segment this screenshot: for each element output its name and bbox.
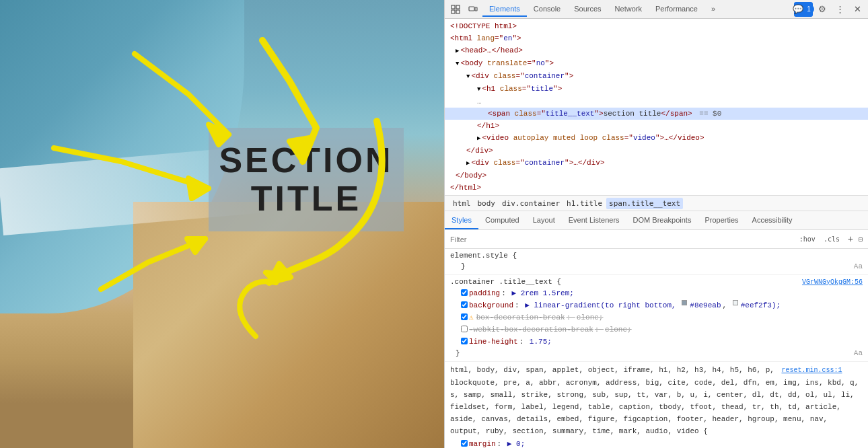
swatch-light[interactable] (733, 300, 738, 305)
collapse-head[interactable]: ▶ (456, 48, 459, 54)
aa-icon-2: Aa (854, 349, 863, 357)
selected-marker: == $0 (695, 110, 722, 118)
tree-line-ellipsis[interactable]: … (445, 96, 868, 108)
breadcrumb-span-title-text[interactable]: span.title__text (606, 198, 683, 209)
tree-line-h1-close[interactable]: </h1> (445, 120, 868, 132)
svg-rect-7 (456, 5, 460, 9)
reset-selector-5: aside, canvas, details, embed, figure, f… (450, 414, 863, 424)
tab-more[interactable]: » (704, 2, 722, 17)
prop-line-height-check[interactable] (461, 338, 468, 344)
collapse-body[interactable]: ▼ (456, 61, 459, 67)
styles-tab-styles[interactable]: Styles (445, 211, 478, 229)
prop-webkit-box-decoration-check[interactable] (461, 326, 468, 332)
section-title-box: SECTION TITLE (209, 128, 404, 231)
beach-sand (133, 202, 444, 448)
styles-tab-layout[interactable]: Layout (526, 211, 562, 229)
close-devtools-button[interactable]: ✕ (849, 2, 865, 17)
section-title-text: SECTION TITLE (219, 141, 393, 218)
settings-icon-button[interactable]: ⚙ (814, 2, 830, 17)
styles-tab-accessibility[interactable]: Accessibility (746, 211, 799, 229)
svg-rect-10 (469, 7, 474, 11)
reset-block: html, body, div, span, applet, object, i… (445, 362, 868, 448)
breadcrumb-html[interactable]: html (450, 198, 474, 209)
more-options-button[interactable]: ⋮ (832, 2, 848, 17)
tab-network[interactable]: Network (608, 2, 649, 17)
styles-content: element.style { } Aa .container .title__… (445, 249, 868, 448)
collapse-h1[interactable]: ▼ (477, 86, 480, 93)
reset-selector-2: blockquote, pre, a, abbr, acronym, addre… (450, 377, 863, 388)
tree-line-container1[interactable]: ▼<div class="container"> (445, 70, 868, 83)
cls-button[interactable]: .cls (821, 234, 842, 244)
section-title-line2: TITLE (251, 179, 361, 218)
tree-line-body-close[interactable]: </body> (445, 170, 868, 182)
tree-line-video[interactable]: ▶<video autoplay muted loop class="video… (445, 132, 868, 145)
toolbar-right-icons: 💬 1 ⚙ ⋮ ✕ (794, 2, 865, 17)
tree-line-html[interactable]: <html lang="en"> (445, 32, 868, 44)
tab-console[interactable]: Console (527, 2, 567, 17)
styles-tab-event-listeners[interactable]: Event Listeners (562, 211, 626, 229)
tree-line-span-selected[interactable]: <span class="title__text">section title<… (445, 108, 868, 120)
html-lang-attr: lang (477, 34, 495, 42)
reset-selector-4: fieldset, form, label, legend, table, ca… (450, 402, 863, 412)
tree-line-head[interactable]: ▶<head>…</head> (445, 44, 868, 57)
container-block-close: } Aa (450, 348, 863, 359)
chat-badge: 1 (803, 5, 814, 13)
svg-rect-6 (451, 5, 455, 9)
tree-line-doctype[interactable]: <!DOCTYPE html> (445, 20, 868, 32)
html-tree: <!DOCTYPE html> <html lang="en"> ▶<head>… (445, 19, 868, 195)
container-title-text-block: .container .title__text { VGrWNGyQkgGM:5… (445, 275, 868, 362)
tab-elements[interactable]: Elements (482, 2, 527, 17)
element-style-aa: } Aa (450, 261, 863, 272)
collapse-container1[interactable]: ▼ (466, 73, 470, 80)
styles-tab-properties[interactable]: Properties (698, 211, 745, 229)
filter-right-buttons: :hov .cls + ⊟ (797, 234, 863, 245)
tree-line-div-close[interactable]: </div> (445, 145, 868, 157)
breadcrumb-div-container[interactable]: div.container (499, 198, 563, 209)
breadcrumb-bar: html body div.container h1.title span.ti… (445, 195, 868, 211)
hov-button[interactable]: :hov (797, 234, 818, 244)
reset-selector: html, body, div, span, applet, object, i… (450, 365, 863, 376)
section-title-line1: SECTION (219, 141, 393, 180)
prop-box-decoration-check[interactable] (461, 313, 468, 320)
container-source-link[interactable]: VGrWNGyQkgGM:56 (802, 278, 863, 286)
html-tag: <html (450, 34, 477, 42)
chat-icon-button[interactable]: 💬 1 (794, 2, 813, 17)
element-style-selector: element.style { (450, 252, 863, 260)
filter-bar: :hov .cls + ⊟ (445, 230, 868, 249)
svg-rect-9 (456, 10, 460, 13)
add-style-button[interactable]: + (845, 234, 856, 245)
filter-input[interactable] (450, 235, 794, 244)
collapse-styles-button[interactable]: ⊟ (859, 235, 863, 244)
elements-panel: <!DOCTYPE html> <html lang="en"> ▶<head>… (445, 19, 868, 448)
tree-line-body[interactable]: ▼<body translate="no"> (445, 57, 868, 70)
tab-sources[interactable]: Sources (567, 2, 608, 17)
collapse-video[interactable]: ▶ (477, 135, 480, 142)
tree-line-html-close[interactable]: </html> (445, 182, 868, 194)
swatch-dark[interactable] (682, 300, 687, 305)
reset-margin-check[interactable] (461, 440, 468, 447)
element-style-block: element.style { } Aa (445, 249, 868, 275)
prop-background-check[interactable] (461, 301, 468, 308)
device-toggle-button[interactable] (465, 2, 481, 17)
tree-line-container2[interactable]: ▶<div class="container">…</div> (445, 157, 868, 170)
tree-line-h1[interactable]: ▼<h1 class="title"> (445, 83, 868, 96)
expand-ellipsis[interactable]: … (477, 98, 482, 106)
container-selector-row: .container .title__text { VGrWNGyQkgGM:5… (450, 278, 863, 286)
breadcrumb-body[interactable]: body (475, 198, 499, 209)
prop-box-decoration: ⚠ box-decoration-break: clone; (450, 311, 863, 324)
container-selector-text: .container .title__text { (450, 278, 561, 286)
prop-padding-check[interactable] (461, 289, 468, 296)
styles-tab-dom-breakpoints[interactable]: DOM Breakpoints (626, 211, 698, 229)
prop-background: background: ▶ linear-gradient(to right b… (450, 299, 863, 311)
prop-webkit-box-decoration: -webkit-box-decoration-break: clone; (450, 324, 863, 336)
collapse-container2[interactable]: ▶ (466, 160, 470, 167)
reset-prop-margin: margin: ▶ 0; (450, 438, 863, 448)
tab-performance[interactable]: Performance (649, 2, 704, 17)
reset-selector-3: s, samp, small, strike, strong, sub, sup… (450, 389, 863, 400)
devtools-panel: Elements Console Sources Network Perform… (444, 0, 868, 448)
styles-tab-computed[interactable]: Computed (478, 211, 526, 229)
webpage-preview: SECTION TITLE (0, 0, 444, 448)
inspect-element-button[interactable] (447, 2, 464, 17)
reset-source-link[interactable]: reset.min.css:1 (781, 367, 842, 374)
breadcrumb-h1-title[interactable]: h1.title (564, 198, 605, 209)
